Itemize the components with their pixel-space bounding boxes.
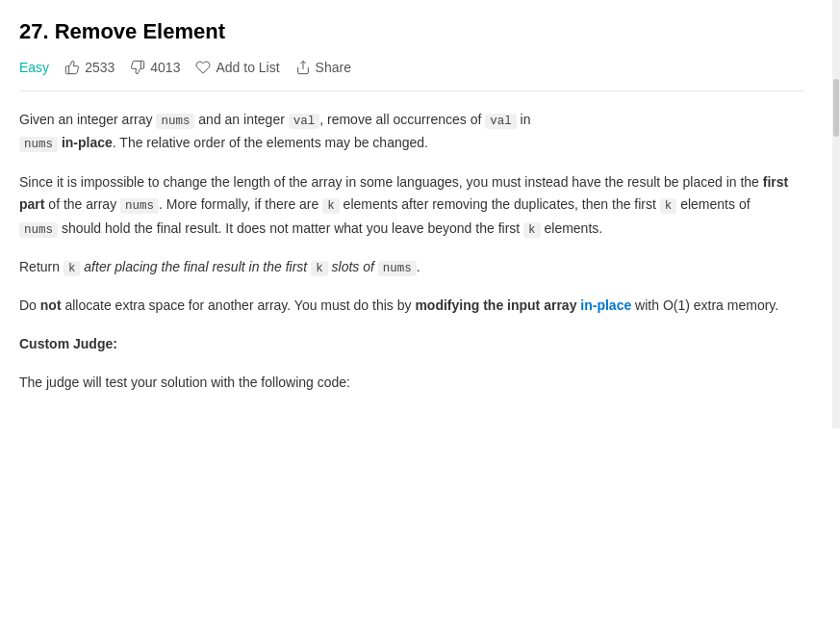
add-to-list-label: Add to List: [216, 60, 279, 75]
downvote-count: 4013: [150, 60, 180, 75]
share-icon: [295, 60, 311, 75]
para-1: Given an integer array nums and an integ…: [19, 109, 804, 156]
upvote-count: 2533: [85, 60, 115, 75]
para2-start: Since it is impossible to change the len…: [19, 174, 763, 190]
para1-in: in: [517, 112, 531, 127]
para1-end: . The relative order of the elements may…: [113, 135, 428, 150]
para-2: Since it is impossible to change the len…: [19, 171, 804, 241]
para1-nums1: nums: [156, 114, 194, 129]
para1-val2: val: [485, 114, 517, 129]
scrollbar-thumb[interactable]: [833, 79, 839, 137]
thumbs-up-icon: [64, 60, 80, 75]
para2-nums2: nums: [19, 222, 58, 238]
judge-text: The judge will test your solution with t…: [19, 372, 804, 395]
para4-inplace: in-place: [580, 297, 631, 313]
scrollbar[interactable]: [832, 0, 840, 428]
add-to-list-button[interactable]: Add to List: [195, 60, 279, 75]
para2-more: . More formally, if there are: [159, 196, 322, 212]
para4-modifying: modifying the input array: [415, 297, 580, 313]
para4-end: with O(1) extra memory.: [631, 297, 778, 313]
para2-k3: k: [523, 222, 541, 238]
share-label: Share: [316, 60, 351, 75]
para1-mid: , remove all occurrences of: [319, 112, 485, 127]
para3-italic: after placing the final result in the fi…: [84, 259, 311, 274]
judge-text-content: The judge will test your solution with t…: [19, 375, 350, 390]
para4-allocate: allocate extra space for another array. …: [62, 297, 416, 313]
para2-k2: k: [660, 198, 677, 214]
para2-mid: of the array: [44, 196, 120, 212]
para3-return: Return: [19, 259, 64, 274]
para-4: Do not allocate extra space for another …: [19, 295, 804, 318]
para2-after: elements after removing the duplicates, …: [340, 196, 660, 212]
para1-and: and an integer: [194, 112, 288, 127]
para3-slotsof: slots of: [328, 259, 378, 274]
downvote-button[interactable]: 4013: [130, 60, 180, 75]
difficulty-badge: Easy: [19, 60, 49, 75]
para1-nums2: nums: [19, 137, 58, 152]
para1-text-start: Given an integer array: [19, 112, 156, 127]
para2-end: elements.: [541, 220, 603, 236]
problem-title: 27. Remove Element: [19, 19, 804, 44]
para3-end: .: [417, 259, 420, 274]
share-button[interactable]: Share: [295, 60, 351, 75]
para2-elementsof: elements of: [676, 196, 750, 212]
para2-nums: nums: [120, 198, 159, 214]
thumbs-down-icon: [130, 60, 145, 75]
para3-k2: k: [311, 261, 328, 276]
para4-not: not: [40, 297, 62, 313]
custom-judge-label: Custom Judge:: [19, 336, 117, 351]
problem-description: Given an integer array nums and an integ…: [19, 109, 804, 394]
para4-do: Do: [19, 297, 40, 313]
para1-inplace: in-place: [62, 135, 113, 150]
meta-row: Easy 2533 4013 Add to List: [19, 60, 804, 91]
custom-judge-heading: Custom Judge:: [19, 333, 804, 356]
para-3: Return k after placing the final result …: [19, 256, 804, 279]
heart-icon: [195, 60, 211, 75]
upvote-button[interactable]: 2533: [64, 60, 115, 75]
para3-nums: nums: [378, 261, 417, 276]
para2-k1: k: [322, 198, 340, 214]
para2-shouldhold: should hold the final result. It does no…: [58, 220, 523, 236]
para3-k1: k: [64, 261, 81, 276]
para1-val1: val: [289, 114, 320, 129]
